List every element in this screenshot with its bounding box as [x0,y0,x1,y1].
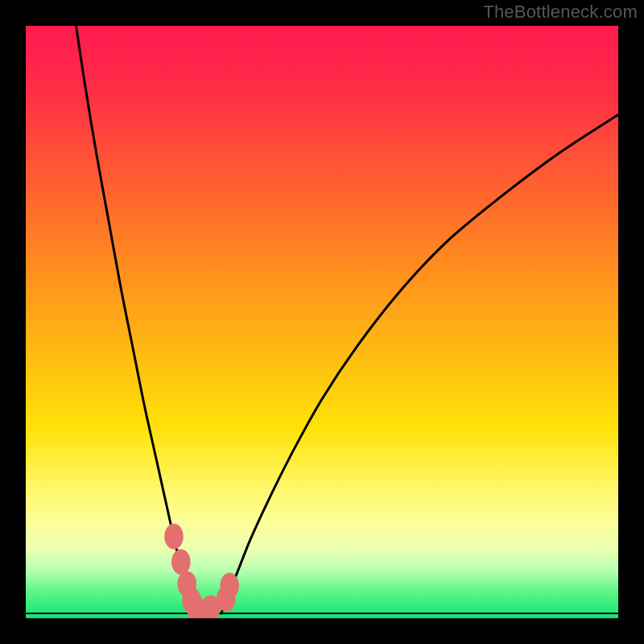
marker-m2 [171,549,191,575]
gradient-background [26,26,618,618]
marker-m1 [164,524,184,550]
plot-area [26,26,618,618]
attribution-text: TheBottleneck.com [483,2,638,23]
chart-frame: TheBottleneck.com [0,0,644,644]
marker-m8 [220,573,239,599]
chart-svg [26,26,618,618]
